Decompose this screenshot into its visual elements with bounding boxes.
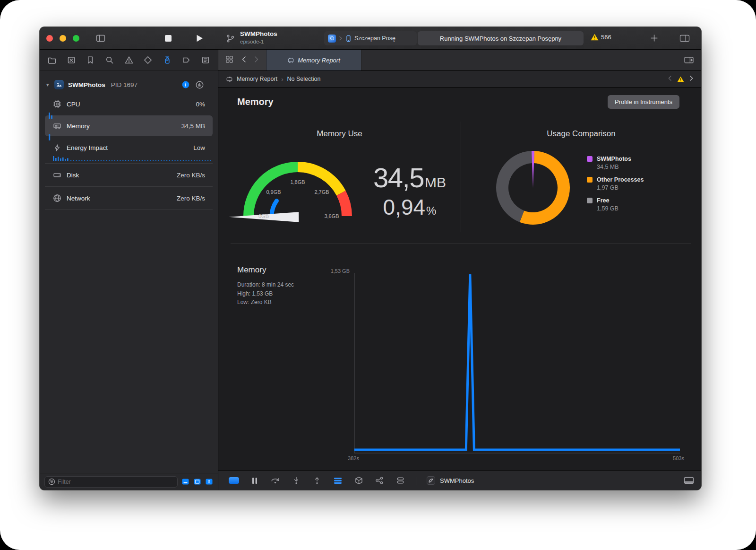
scheme-branch: episode-1	[240, 38, 277, 45]
usage-comparison-title: Usage Comparison	[461, 129, 701, 139]
find-navigator-icon[interactable]	[104, 55, 115, 65]
debug-navigator-icon[interactable]	[162, 55, 172, 65]
chart-duration: Duration: 8 min 24 sec	[237, 280, 294, 289]
row-separator	[45, 186, 213, 187]
previous-issue-button[interactable]	[668, 75, 672, 83]
scheme-app-icon	[328, 35, 336, 43]
gauge-label: Network	[67, 195, 177, 202]
tab-memory-report[interactable]: Memory Report	[266, 50, 361, 70]
breakpoints-toggle-button[interactable]	[229, 476, 239, 485]
gauge-value: 0%	[196, 101, 205, 108]
stop-button[interactable]	[165, 35, 172, 42]
memory-percent-unit: %	[426, 204, 436, 218]
usage-legend: SWMPhotos 34,5 MB Other Processes 1,97 G…	[587, 156, 644, 218]
tests-navigator-icon[interactable]	[143, 55, 153, 65]
next-issue-button[interactable]	[689, 75, 694, 83]
y-axis-max-label: 1,53 GB	[304, 268, 350, 274]
breadcrumb-selection[interactable]: No Selection	[287, 76, 320, 82]
filter-icon	[48, 478, 55, 485]
view-debugger-button[interactable]	[333, 476, 343, 485]
memory-value: 34,5	[373, 164, 424, 192]
debug-area-toggle-button[interactable]	[683, 476, 695, 485]
gauge-row-energy[interactable]: Energy Impact Low	[45, 137, 213, 158]
pause-button[interactable]	[249, 476, 260, 485]
process-pid: PID 1697	[111, 81, 179, 88]
gauge-row-disk[interactable]: Disk Zero KB/s	[45, 165, 213, 185]
profile-in-instruments-button[interactable]: Profile in Instruments	[608, 95, 679, 109]
process-name: SWMPhotos	[68, 81, 105, 88]
project-name: SWMPhotos	[240, 30, 277, 38]
step-out-button[interactable]	[312, 476, 322, 485]
add-button[interactable]	[650, 34, 658, 42]
gauge-row-cpu[interactable]: CPU 0%	[45, 94, 213, 114]
network-link-button[interactable]	[374, 476, 385, 485]
tab-label: Memory Report	[298, 57, 340, 64]
breakpoints-navigator-icon[interactable]	[181, 55, 191, 65]
memory-chart-title: Memory	[237, 265, 266, 275]
minimize-window-button[interactable]	[60, 35, 66, 42]
go-back-button[interactable]	[241, 56, 246, 65]
memory-use-title: Memory Use	[218, 129, 461, 139]
memory-graph-cube-button[interactable]	[353, 476, 364, 485]
gauge-value: Zero KB/s	[177, 195, 205, 202]
performance-monitor-icon[interactable]	[196, 81, 204, 89]
info-icon[interactable]	[182, 81, 189, 88]
disclosure-triangle-icon[interactable]: ▾	[46, 82, 51, 88]
gauge-row-memory[interactable]: Memory 34,5 MB	[45, 115, 213, 136]
tab-bar: Memory Report	[218, 50, 701, 71]
project-navigator-icon[interactable]	[47, 55, 57, 65]
memory-history-chart	[353, 272, 680, 457]
warning-count: 566	[601, 34, 611, 41]
process-app-icon	[54, 80, 64, 89]
page-title: Memory	[237, 96, 274, 107]
reports-navigator-icon[interactable]	[200, 55, 211, 65]
memory-history-sparkline	[49, 134, 52, 140]
run-button[interactable]	[196, 34, 204, 43]
add-editor-button[interactable]	[677, 50, 701, 70]
tab-overview-button[interactable]	[225, 55, 233, 65]
go-forward-button[interactable]	[254, 56, 259, 65]
toggle-navigator-button[interactable]	[95, 33, 106, 44]
editor-area: Memory Report Memory Report › No Selecti…	[218, 50, 701, 490]
cpu-icon	[52, 100, 62, 108]
gauge-row-network[interactable]: Network Zero KB/s	[45, 188, 213, 209]
step-into-button[interactable]	[291, 476, 301, 485]
memory-unit: MB	[425, 175, 446, 191]
scheme-selector[interactable]: Szczepan Posę	[324, 31, 417, 45]
issues-navigator-icon[interactable]	[124, 55, 134, 65]
row-separator	[45, 163, 213, 164]
legend-item: Other Processes 1,97 GB	[587, 176, 644, 191]
editor-layout-button[interactable]	[679, 33, 691, 44]
warning-triangle-icon[interactable]	[677, 76, 684, 82]
gauge-tick-label: 2,7GB	[314, 189, 329, 195]
zoom-window-button[interactable]	[73, 35, 79, 42]
legend-value: 34,5 MB	[597, 164, 644, 170]
breadcrumb-report[interactable]: Memory Report	[237, 76, 277, 82]
filter-scope-view-button[interactable]	[193, 478, 201, 486]
filter-scope-recent-button[interactable]	[181, 478, 189, 486]
usage-comparison-panel: Usage Comparison SWMPhotos 34,5 MB Other…	[461, 115, 701, 244]
source-control-navigator-icon[interactable]	[66, 55, 77, 65]
energy-icon	[52, 144, 62, 152]
toolbar-project-title: SWMPhotos episode-1	[240, 30, 277, 45]
legend-value: 1,97 GB	[597, 184, 644, 191]
process-row[interactable]: ▾ SWMPhotos PID 1697	[40, 76, 218, 94]
environment-overrides-button[interactable]	[395, 476, 405, 485]
xcode-window: SWMPhotos episode-1 Szczepan Posę Runnin…	[40, 27, 701, 490]
navigator-tab-bar	[40, 50, 218, 71]
debug-navigator-outline: ▾ SWMPhotos PID 1697 CPU 0%	[40, 71, 218, 473]
close-window-button[interactable]	[46, 35, 53, 42]
filter-field[interactable]	[44, 476, 178, 488]
gauge-value: 34,5 MB	[181, 122, 205, 130]
warnings-badge[interactable]: 566	[591, 34, 611, 41]
filter-input[interactable]	[58, 479, 174, 485]
activity-status[interactable]: Running SWMPhotos on Szczepan Posępny	[418, 31, 584, 45]
memory-chip-icon	[226, 76, 233, 83]
filter-scope-process-button[interactable]	[205, 478, 213, 486]
row-separator	[45, 210, 213, 210]
bookmarks-navigator-icon[interactable]	[85, 55, 95, 65]
cpu-history-sparkline	[49, 111, 54, 119]
debug-process-app-icon	[427, 476, 435, 485]
memory-use-panel: Memory Use 0GB 0,9GB 1,8GB 2,7GB 3,6GB 3…	[218, 115, 461, 244]
step-over-button[interactable]	[270, 476, 281, 485]
